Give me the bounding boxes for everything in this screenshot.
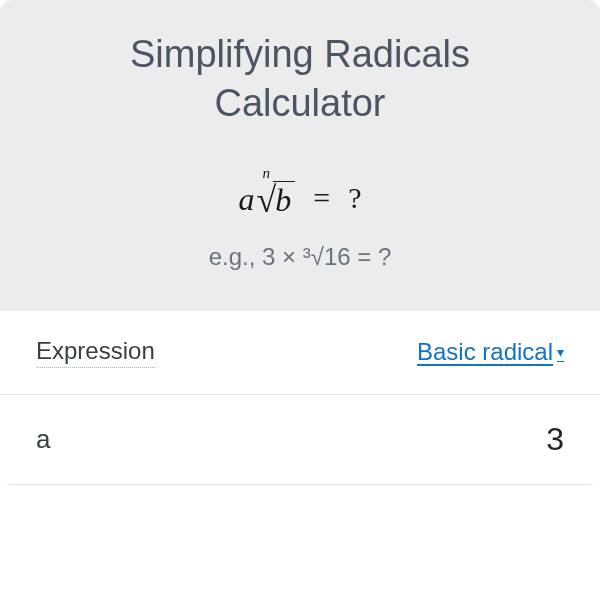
- input-label-a: a: [36, 424, 50, 455]
- expression-label: Expression: [36, 337, 155, 368]
- calculator-card: Simplifying Radicals Calculator a n √ b …: [0, 0, 600, 485]
- question-mark: ?: [348, 181, 361, 215]
- dropdown-value: Basic radical: [417, 338, 553, 366]
- variable-a: a: [238, 181, 254, 218]
- header: Simplifying Radicals Calculator: [0, 0, 600, 157]
- formula-display: a n √ b = ?: [40, 177, 560, 219]
- equals-sign: =: [313, 181, 330, 215]
- radicand: b: [273, 181, 295, 219]
- expression-row: Expression Basic radical ▾: [0, 311, 600, 395]
- chevron-down-icon: ▾: [557, 344, 564, 360]
- expression-dropdown[interactable]: Basic radical ▾: [417, 338, 564, 366]
- radical-expression: a n √ b: [238, 177, 295, 219]
- example-text: e.g., 3 × ³√16 = ?: [40, 243, 560, 271]
- formula-section: a n √ b = ? e.g., 3 × ³√16 = ?: [0, 157, 600, 311]
- page-title: Simplifying Radicals Calculator: [40, 30, 560, 129]
- input-value-a[interactable]: 3: [546, 421, 564, 458]
- input-row-a: a 3: [0, 395, 600, 485]
